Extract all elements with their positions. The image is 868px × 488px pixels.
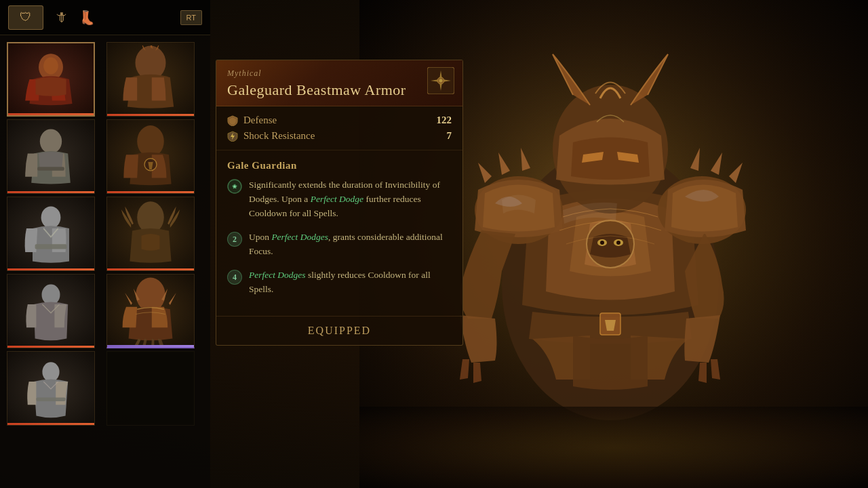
item-bar-2 <box>107 114 194 116</box>
item-bar-3 <box>7 191 94 193</box>
item-slot-9[interactable] <box>7 351 95 426</box>
svg-point-6 <box>600 241 604 245</box>
armor-icon: 🛡 <box>20 10 32 24</box>
ability-3-text: Perfect Dodges slightly reduces Cooldown… <box>249 268 452 297</box>
item-bar-9 <box>7 423 94 425</box>
defense-icon <box>227 115 238 126</box>
item-slot-7[interactable] <box>7 274 95 348</box>
detail-panel: Mythical Galeguard Beastmaw Armor Defens… <box>216 60 463 346</box>
svg-point-25 <box>42 362 59 382</box>
svg-point-24 <box>136 277 165 311</box>
stat-defense: Defense 122 <box>227 115 452 126</box>
item-name: Galeguard Beastmaw Armor <box>227 81 452 99</box>
svg-point-7 <box>616 241 620 245</box>
svg-rect-21 <box>35 244 67 249</box>
rt-button[interactable]: RT <box>180 10 202 25</box>
item-slot-6-inner <box>107 197 194 270</box>
svg-rect-26 <box>36 398 65 401</box>
item-slot-2[interactable] <box>106 42 195 117</box>
ability-2-text: Upon Perfect Dodges, grants considerable… <box>249 230 452 259</box>
panel-stats: Defense 122 Shock Resistance 7 <box>216 106 462 150</box>
item-bar-7 <box>7 346 94 348</box>
item-slot-5[interactable] <box>7 197 95 271</box>
weapon-category-icon[interactable]: 🗡 <box>54 9 68 25</box>
stat-shock: Shock Resistance 7 <box>227 130 452 142</box>
item-slot-5-inner <box>7 197 94 270</box>
item-slot-6[interactable] <box>106 197 195 271</box>
left-panel: 🛡 🗡 👢 RT <box>0 0 210 488</box>
item-bar-1 <box>8 113 94 115</box>
ability-item-3: 4 Perfect Dodges slightly reduces Cooldo… <box>227 268 452 297</box>
equipped-label: Equipped <box>308 325 371 336</box>
item-bar-8 <box>107 345 194 347</box>
ability-2-num: 2 <box>227 232 242 247</box>
ability-item-2: 2 Upon Perfect Dodges, grants considerab… <box>227 230 452 259</box>
panel-emblem-icon <box>427 67 454 94</box>
panel-header: Mythical Galeguard Beastmaw Armor <box>216 60 462 106</box>
item-slot-8-inner <box>107 274 194 347</box>
ability-1-text: Significantly extends the duration of In… <box>249 178 452 221</box>
svg-point-29 <box>439 79 443 83</box>
item-slot-1[interactable] <box>7 42 95 117</box>
svg-point-14 <box>43 58 58 75</box>
svg-point-32 <box>234 186 236 188</box>
shock-icon <box>227 131 238 142</box>
item-bar-4 <box>107 191 194 193</box>
ability-1-icon <box>227 179 242 194</box>
shock-label: Shock Resistance <box>227 130 315 142</box>
svg-point-16 <box>40 129 62 154</box>
svg-point-23 <box>42 284 60 305</box>
defense-label: Defense <box>227 115 277 126</box>
defense-value: 122 <box>437 115 452 126</box>
shock-value: 7 <box>447 130 452 142</box>
item-slot-1-inner <box>8 43 94 115</box>
item-slot-empty <box>106 351 195 426</box>
svg-point-20 <box>41 207 61 228</box>
panel-footer: Equipped <box>216 316 462 345</box>
item-slot-7-inner <box>7 274 94 348</box>
item-slot-4[interactable] <box>106 119 195 194</box>
ability-3-num: 4 <box>227 270 242 285</box>
item-slot-2-inner <box>107 43 194 116</box>
item-bar-6 <box>107 268 194 270</box>
svg-rect-17 <box>37 167 64 170</box>
item-slot-3-inner <box>7 120 94 193</box>
top-navigation: 🛡 🗡 👢 RT <box>0 0 210 35</box>
item-rarity: Mythical <box>227 68 452 79</box>
svg-rect-12 <box>359 407 868 488</box>
armor-category-icon[interactable]: 🛡 <box>8 5 43 30</box>
item-slot-9-inner <box>7 352 94 425</box>
item-slot-3[interactable] <box>7 119 95 194</box>
item-slot-4-inner <box>107 120 194 193</box>
panel-ability: Gale Guardian Significantly extends the … <box>216 150 462 315</box>
item-bar-5 <box>7 268 94 270</box>
item-grid <box>0 35 210 432</box>
item-slot-8[interactable] <box>106 274 195 348</box>
boots-category-icon[interactable]: 👢 <box>79 9 96 26</box>
ability-title: Gale Guardian <box>227 160 452 171</box>
ability-item-1: Significantly extends the duration of In… <box>227 178 452 221</box>
